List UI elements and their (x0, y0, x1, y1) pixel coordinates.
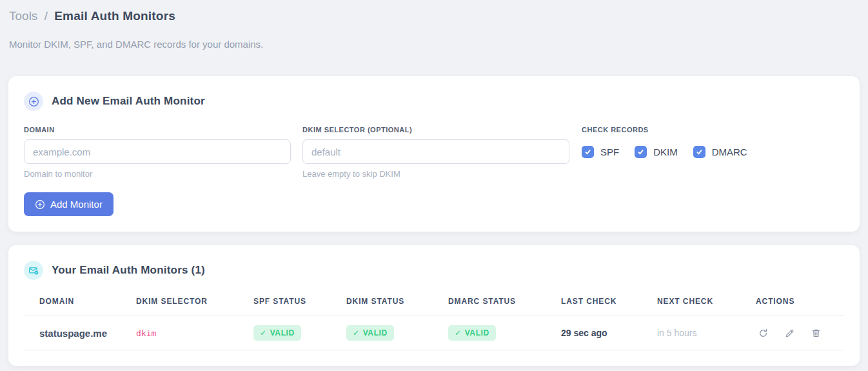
monitors-table: DOMAIN DKIM SELECTOR SPF STATUS DKIM STA… (24, 290, 844, 350)
dkim-selector-input[interactable] (302, 139, 569, 164)
delete-button[interactable] (809, 326, 824, 341)
check-icon: ✓ (455, 328, 462, 337)
checkbox-dmarc-label: DMARC (712, 146, 747, 157)
monitor-last-check: 29 sec ago (561, 316, 657, 350)
dkim-selector-label: DKIM SELECTOR (OPTIONAL) (302, 126, 569, 134)
column-header-actions: ACTIONS (756, 290, 844, 316)
column-header-dmarc-status: DMARC STATUS (448, 290, 561, 316)
spf-status-label: VALID (270, 328, 295, 337)
spf-status-badge: ✓ VALID (253, 325, 301, 341)
add-monitor-form: DOMAIN Domain to monitor DKIM SELECTOR (… (24, 126, 844, 179)
breadcrumb: Tools / Email Auth Monitors (9, 8, 859, 25)
dkim-selector-field-group: DKIM SELECTOR (OPTIONAL) Leave empty to … (302, 126, 569, 179)
dmarc-status-badge: ✓ VALID (448, 325, 496, 341)
column-header-last-check: LAST CHECK (561, 290, 657, 316)
dkim-status-badge: ✓ VALID (346, 325, 394, 341)
dkim-selector-helper-text: Leave empty to skip DKIM (302, 169, 569, 179)
checkbox-spf-label: SPF (600, 146, 619, 157)
add-monitor-button-label: Add Monitor (50, 199, 103, 210)
monitors-card-title: Your Email Auth Monitors (1) (52, 264, 205, 277)
add-monitor-card-header: Add New Email Auth Monitor (24, 92, 844, 111)
checkbox-dkim[interactable]: DKIM (635, 146, 678, 158)
table-header-row: DOMAIN DKIM SELECTOR SPF STATUS DKIM STA… (24, 290, 844, 316)
column-header-domain: DOMAIN (24, 290, 136, 316)
column-header-next-check: NEXT CHECK (657, 290, 756, 316)
add-monitor-card: Add New Email Auth Monitor DOMAIN Domain… (8, 76, 860, 232)
add-monitor-button[interactable]: Add Monitor (24, 192, 113, 216)
add-monitor-card-title: Add New Email Auth Monitor (52, 95, 205, 108)
refresh-button[interactable] (756, 326, 771, 341)
domain-helper-text: Domain to monitor (24, 169, 291, 179)
column-header-dkim-status: DKIM STATUS (346, 290, 448, 316)
domain-input[interactable] (24, 139, 291, 164)
trash-icon (811, 328, 822, 339)
checkbox-dmarc[interactable]: DMARC (693, 146, 747, 158)
email-check-icon (24, 261, 43, 280)
page-header: Tools / Email Auth Monitors Monitor DKIM… (0, 0, 868, 50)
plus-circle-icon (35, 199, 45, 210)
plus-circle-icon (24, 92, 43, 111)
checkbox-checked-icon (582, 146, 594, 158)
check-icon: ✓ (260, 328, 267, 337)
check-records-group: CHECK RECORDS SPF DKIM (581, 126, 844, 179)
checkbox-spf[interactable]: SPF (582, 146, 619, 158)
domain-field-group: DOMAIN Domain to monitor (24, 126, 291, 179)
pencil-icon (784, 328, 795, 339)
page-subtitle: Monitor DKIM, SPF, and DMARC records for… (9, 39, 859, 50)
monitor-dkim-selector: dkim (136, 316, 253, 350)
check-records-row: SPF DKIM DMARC (582, 139, 844, 164)
monitor-domain: statuspage.me (24, 316, 136, 350)
checkbox-checked-icon (693, 146, 705, 158)
refresh-icon (758, 328, 769, 339)
check-icon: ✓ (353, 328, 360, 337)
monitors-card: Your Email Auth Monitors (1) DOMAIN DKIM… (8, 245, 860, 366)
column-header-dkim-selector: DKIM SELECTOR (136, 290, 253, 316)
dkim-status-label: VALID (363, 328, 388, 337)
checkbox-dkim-label: DKIM (653, 146, 678, 157)
column-header-spf-status: SPF STATUS (253, 290, 346, 316)
monitors-card-header: Your Email Auth Monitors (1) (24, 261, 844, 280)
table-row: statuspage.me dkim ✓ VALID ✓ VALID (24, 316, 844, 350)
breadcrumb-separator: / (44, 9, 48, 23)
breadcrumb-tools-link[interactable]: Tools (9, 9, 37, 23)
checkbox-checked-icon (635, 146, 647, 158)
dmarc-status-label: VALID (465, 328, 489, 337)
page-title: Email Auth Monitors (54, 9, 175, 23)
monitor-next-check: in 5 hours (657, 316, 756, 350)
check-records-label: CHECK RECORDS (582, 126, 844, 134)
edit-button[interactable] (782, 326, 797, 341)
domain-label: DOMAIN (24, 126, 291, 134)
